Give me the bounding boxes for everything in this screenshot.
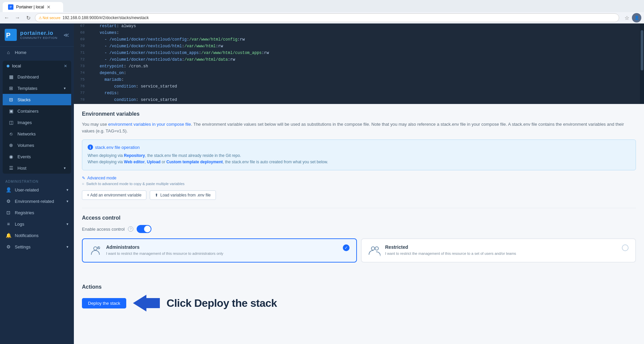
access-control-toggle[interactable] <box>137 225 151 233</box>
administrators-card-title: Administrators <box>106 244 338 250</box>
tab-close[interactable]: ✕ <box>47 4 51 10</box>
sidebar-item-dashboard[interactable]: ▦ Dashboard <box>3 71 71 82</box>
sidebar-settings-label: Settings <box>15 244 31 249</box>
deploy-stack-button[interactable]: Deploy the stack <box>82 298 126 308</box>
access-cards-container: Administrators I want to restrict the ma… <box>82 238 636 263</box>
sidebar-item-templates[interactable]: ⊞ Templates ▾ <box>3 82 71 94</box>
line-content: condition: service_started <box>87 97 644 103</box>
actions-title: Actions <box>82 284 636 290</box>
sidebar-home-label: Home <box>15 50 27 55</box>
address-text: 192.168.0.188:9000/#/2/docker/stacks/new… <box>62 15 149 20</box>
restricted-icon <box>368 244 380 256</box>
access-card-administrators[interactable]: Administrators I want to restrict the ma… <box>82 238 357 263</box>
add-env-var-button[interactable]: + Add an environment variable <box>82 190 146 200</box>
sidebar-notifications-label: Notifications <box>15 233 39 238</box>
load-env-file-button[interactable]: ⬆ Load variables from .env file <box>150 190 216 200</box>
sidebar-item-stacks[interactable]: ⊟ Stacks <box>3 94 71 105</box>
events-icon: ◉ <box>8 154 14 159</box>
access-card-restricted[interactable]: Restricted I want to restrict the manage… <box>361 238 636 263</box>
line-number: 78 <box>74 97 87 102</box>
svg-point-5 <box>375 247 378 250</box>
sidebar-item-user-related[interactable]: 👤 User-related ▾ <box>0 184 74 195</box>
line-content: entrypoint: /cron.sh <box>87 64 644 69</box>
restricted-radio <box>622 244 629 251</box>
code-line: 76 condition: service_started <box>74 84 644 91</box>
administrators-card-desc: I want to restrict the management of thi… <box>106 251 338 256</box>
sidebar-item-host[interactable]: ☰ Host ▾ <box>3 162 71 174</box>
code-line: 74 depends_on: <box>74 70 644 77</box>
env-close-button[interactable]: ✕ <box>64 64 67 68</box>
sidebar-env-header: local ✕ <box>3 61 71 71</box>
advanced-mode-icon: ✎ <box>82 176 85 180</box>
sidebar-item-registries[interactable]: ⊡ Registries <box>0 207 74 218</box>
sidebar-item-home[interactable]: ⌂ Home <box>0 47 74 58</box>
sidebar-logs-label: Logs <box>15 222 24 227</box>
env-vars-link[interactable]: environment variables in your compose fi… <box>108 122 191 127</box>
sidebar-item-env-related[interactable]: ⚙ Environment-related ▾ <box>0 195 74 207</box>
annotation-overlay: Click Deploy the stack <box>133 295 277 311</box>
line-number: 76 <box>74 84 87 89</box>
sidebar-networks-label: Networks <box>17 131 36 136</box>
line-number: 75 <box>74 77 87 82</box>
custom-template-link[interactable]: Custom template deployment <box>167 160 223 164</box>
access-control-section: Access control Enable access control ? <box>82 215 636 263</box>
code-line: 73 entrypoint: /cron.sh <box>74 64 644 70</box>
sidebar-item-settings[interactable]: ⚙ Settings ▾ <box>0 241 74 252</box>
sidebar-env-related-label: Environment-related <box>15 199 54 204</box>
forward-button[interactable]: → <box>13 14 21 22</box>
annotation-text: Click Deploy the stack <box>167 297 277 309</box>
env-vars-actions: + Add an environment variable ⬆ Load var… <box>82 190 636 200</box>
sidebar-item-logs[interactable]: ≡ Logs ▾ <box>0 218 74 230</box>
sidebar-host-label: Host <box>17 166 27 171</box>
arrow-annotation-icon <box>133 295 163 311</box>
sidebar-collapse-button[interactable]: ≪ <box>63 32 69 38</box>
address-bar[interactable]: ⚠ Not secure 192.168.0.188:9000/#/2/dock… <box>35 13 619 22</box>
advanced-mode-label: Advanced mode <box>87 176 117 180</box>
sidebar-dashboard-label: Dashboard <box>17 74 39 79</box>
browser-tab[interactable]: P Portainer | local ✕ <box>3 2 63 12</box>
toggle-label: Enable access control <box>82 227 125 232</box>
access-control-title: Access control <box>82 215 636 221</box>
sidebar-item-containers[interactable]: ▣ Containers <box>3 105 71 117</box>
settings-icon: ⚙ <box>5 244 11 249</box>
web-editor-link[interactable]: Web editor <box>124 160 145 164</box>
code-line: 70 - /volume1/docker/nextcloud/html:/var… <box>74 44 644 50</box>
stack-env-info-box: ℹ stack.env file operation When deployin… <box>82 139 636 170</box>
main-content: 67 restart: always68 volumes:69 - /volum… <box>74 23 644 344</box>
sidebar-item-notifications[interactable]: 🔔 Notifications <box>0 230 74 241</box>
volumes-icon: ⊗ <box>8 142 14 148</box>
images-icon: ◫ <box>8 120 14 125</box>
reload-button[interactable]: ↻ <box>24 14 32 22</box>
access-control-info-icon[interactable]: ? <box>128 226 133 232</box>
back-button[interactable]: ← <box>3 14 11 22</box>
code-scrollbar-thumb[interactable] <box>641 30 643 70</box>
actions-section: Actions Deploy the stack <box>74 277 644 322</box>
host-chevron-icon: ▾ <box>64 166 66 170</box>
restricted-card-text: Restricted I want to restrict the manage… <box>385 244 617 256</box>
sidebar-logo: P portainer.io COMMUNITY EDITION ≪ <box>0 23 74 47</box>
enable-access-control-row: Enable access control ? <box>82 225 636 233</box>
sidebar-item-volumes[interactable]: ⊗ Volumes <box>3 139 71 151</box>
upload-link[interactable]: Upload <box>147 160 161 164</box>
line-content: depends_on: <box>87 70 644 76</box>
actions-row: Deploy the stack Click Deploy the stack <box>82 295 636 311</box>
advanced-mode-toggle[interactable]: ✎ Advanced mode <box>82 176 636 180</box>
line-number: 72 <box>74 57 87 62</box>
sidebar-item-events[interactable]: ◉ Events <box>3 151 71 162</box>
line-content: - /volume1/docker/nextcloud/custom_apps:… <box>87 50 644 56</box>
advanced-mode-hint-text: Switch to advanced mode to copy & paste … <box>86 182 185 186</box>
logo-name: portainer.io <box>20 30 57 36</box>
code-editor[interactable]: 67 restart: always68 volumes:69 - /volum… <box>74 23 644 104</box>
bookmark-icon[interactable]: ☆ <box>625 15 629 21</box>
sidebar-item-images[interactable]: ◫ Images <box>3 117 71 128</box>
repository-link[interactable]: Repository <box>124 153 145 158</box>
logo-text: portainer.io COMMUNITY EDITION <box>20 30 57 40</box>
line-number: 69 <box>74 37 87 42</box>
line-number: 71 <box>74 50 87 55</box>
line-number: 68 <box>74 30 87 35</box>
profile-avatar[interactable]: 👤 <box>632 13 641 22</box>
code-scrollbar-track[interactable] <box>640 23 644 104</box>
info-box-title: ℹ stack.env file operation <box>88 145 630 150</box>
sidebar: P portainer.io COMMUNITY EDITION ≪ ⌂ Hom… <box>0 23 74 344</box>
sidebar-item-networks[interactable]: ⎋ Networks <box>3 128 71 139</box>
